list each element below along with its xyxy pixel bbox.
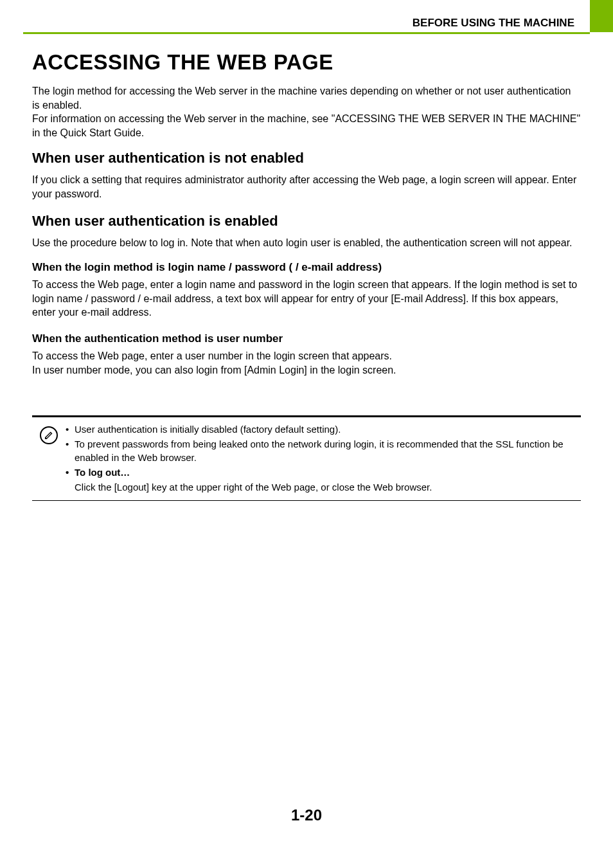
color-tab (590, 0, 613, 32)
header-divider (23, 32, 590, 34)
note-content: • User authentication is initially disab… (66, 422, 581, 494)
note-bullet3-text: Click the [Logout] key at the upper righ… (75, 480, 581, 494)
note-box: • User authentication is initially disab… (32, 415, 581, 501)
sub1-heading: When the login method is login name / pa… (32, 261, 581, 274)
note-bullet3-label: To log out… (75, 466, 581, 479)
page-content: ACCESSING THE WEB PAGE The login method … (32, 50, 581, 501)
intro-paragraph: The login method for accessing the Web s… (32, 84, 581, 140)
sub2-text: To access the Web page, enter a user num… (32, 349, 581, 377)
note-icon-wrapper (32, 422, 66, 444)
note-bullet1: User authentication is initially disable… (75, 422, 581, 436)
page-number: 1-20 (0, 806, 613, 824)
section1-text: If you click a setting that requires adm… (32, 173, 581, 201)
bullet-icon: • (66, 466, 75, 479)
pencil-note-icon (40, 426, 58, 444)
sub2-heading: When the authentication method is user n… (32, 332, 581, 345)
bullet-icon: • (66, 422, 75, 436)
section2-heading: When user authentication is enabled (32, 213, 581, 230)
section2-text: Use the procedure below to log in. Note … (32, 236, 581, 250)
sub1-text: To access the Web page, enter a login na… (32, 278, 581, 320)
note-bullet2: To prevent passwords from being leaked o… (75, 437, 581, 464)
header-section-title: BEFORE USING THE MACHINE (413, 17, 574, 30)
page-title: ACCESSING THE WEB PAGE (32, 50, 581, 75)
bullet-icon: • (66, 437, 75, 464)
section1-heading: When user authentication is not enabled (32, 150, 581, 167)
